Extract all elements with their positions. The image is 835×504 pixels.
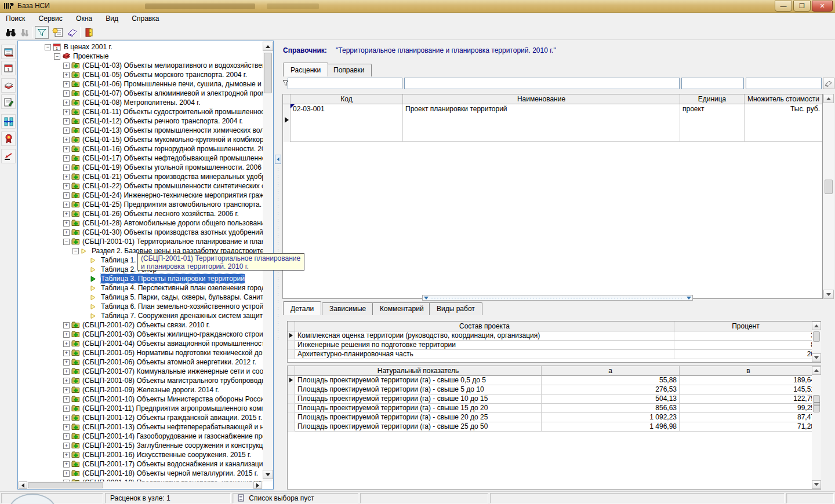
find-button[interactable] bbox=[3, 26, 17, 39]
rates-grid-scrollbar[interactable] bbox=[823, 94, 834, 299]
composition-col-percent[interactable]: Процент bbox=[674, 322, 817, 331]
tree-expand-box[interactable]: − bbox=[63, 239, 70, 245]
rates-cell-code[interactable]: 02-03-001 bbox=[291, 104, 403, 142]
exit-button[interactable] bbox=[82, 26, 96, 39]
tree-expand-box[interactable]: + bbox=[63, 443, 70, 449]
splitter-collapse-button[interactable] bbox=[275, 155, 281, 164]
tree-item[interactable]: +(СБЦП-2001-06) Объекты атомной энергети… bbox=[18, 357, 263, 367]
filter-input-name[interactable] bbox=[404, 78, 680, 89]
eraser-book-button[interactable] bbox=[66, 26, 79, 39]
tree-item[interactable]: +(СБЦП-2001-03) Объекты жилищно-гражданс… bbox=[18, 330, 263, 339]
indicators-col-a[interactable]: а bbox=[542, 366, 680, 376]
tree-item[interactable]: +(СБЦП-2001-13) Объекты нефтеперерабатыв… bbox=[18, 422, 263, 432]
tree-item[interactable]: +(СБЦ-01-08) Метрополитены. 2004 г. bbox=[18, 98, 263, 107]
tree-item[interactable]: +(СБЦ-01-26) Объекты лесного хозяйства. … bbox=[18, 209, 263, 218]
tree-item[interactable]: −(СБЦП-2001-01) Территориальное планиров… bbox=[18, 237, 263, 246]
rates-cell-unit[interactable]: проект bbox=[680, 104, 745, 142]
tree-item[interactable]: Таблица 3. Проекты планировки территорий bbox=[18, 274, 263, 283]
horizontal-splitter[interactable] bbox=[422, 295, 693, 301]
tree-expand-box[interactable]: − bbox=[45, 44, 51, 50]
indicators-col-name[interactable]: Натуральный показатель bbox=[295, 366, 542, 376]
tree-item[interactable]: +(СБЦП-2001-02) Объекты связи. 2010 г. bbox=[18, 320, 263, 330]
composition-row[interactable]: Комплексная оценка территории (руководст… bbox=[288, 331, 817, 341]
tree-item[interactable]: +(СБЦП-2001-14) Газооборудование и газос… bbox=[18, 432, 263, 441]
tree-expand-box[interactable]: + bbox=[63, 165, 70, 171]
menu-vid[interactable]: Вид bbox=[100, 13, 124, 23]
tree-expand-box[interactable]: + bbox=[63, 183, 70, 189]
titlebar[interactable]: База НСИ — ❐ ✕ bbox=[0, 0, 835, 13]
close-button[interactable]: ✕ bbox=[812, 1, 833, 12]
tab-detali[interactable]: Детали bbox=[283, 301, 321, 315]
undo-button[interactable] bbox=[1, 149, 16, 163]
tree-expand-box[interactable]: + bbox=[63, 229, 70, 236]
find-next-button[interactable] bbox=[18, 26, 32, 39]
tree-item[interactable]: +(СБЦП-2001-18) Объекты черной металлург… bbox=[18, 469, 263, 478]
seal-button[interactable] bbox=[1, 132, 16, 146]
rates-cell-name[interactable]: Проект планировки территорий bbox=[403, 104, 680, 142]
tree-item[interactable]: +(СБЦП-2001-05) Нормативы подготовки тех… bbox=[18, 348, 263, 357]
tree-expand-box[interactable]: + bbox=[63, 424, 70, 430]
tree-expand-box[interactable]: + bbox=[63, 341, 70, 347]
tree-item[interactable]: +(СБЦП-2001-09) Железные дороги. 2014 г. bbox=[18, 385, 263, 395]
tree-item[interactable]: +(СБЦ-01-24) Инженерно-технические мероп… bbox=[18, 191, 263, 200]
edit-document-button[interactable] bbox=[1, 94, 16, 109]
sheets-button[interactable] bbox=[1, 78, 16, 93]
tree-item[interactable]: +(СБЦ-01-28) Автомобильные дороги общего… bbox=[18, 218, 263, 228]
tree-item[interactable]: +(СБЦ-01-22) Объекты промышленности синт… bbox=[18, 181, 263, 191]
tree-item[interactable]: +(СБЦП-2001-15) Заглубленные сооружения … bbox=[18, 441, 263, 450]
tree-item[interactable]: Таблица 6. План земельно-хозяйственного … bbox=[18, 302, 263, 311]
tree-expand-box[interactable]: + bbox=[63, 322, 70, 328]
note-button[interactable] bbox=[51, 26, 65, 39]
tree-item[interactable]: +(СБЦ-01-19) Объекты угольной промышленн… bbox=[18, 163, 263, 172]
indicators-row[interactable]: Площадь проектируемой территории (га) - … bbox=[288, 376, 817, 385]
tree-expand-box[interactable]: + bbox=[63, 100, 70, 106]
tree-expand-box[interactable]: + bbox=[63, 359, 70, 366]
rates-col-code[interactable]: Код bbox=[291, 94, 403, 104]
tree-item[interactable]: +(СБЦП-2001-04) Объекты авиационной пром… bbox=[18, 339, 263, 348]
clear-filter-button[interactable] bbox=[823, 78, 834, 89]
tree-item[interactable]: +(СБЦП-2001-08) Объекты магистрального т… bbox=[18, 376, 263, 385]
tree-expand-box[interactable]: + bbox=[63, 202, 70, 208]
minimize-button[interactable]: — bbox=[775, 1, 792, 12]
tab-popravki[interactable]: Поправки bbox=[326, 64, 372, 76]
tree-expand-box[interactable]: + bbox=[63, 192, 70, 199]
calendar-button[interactable]: 1 bbox=[1, 61, 16, 75]
tree-item[interactable]: +(СБЦП-2001-12) Объекты гражданской авиа… bbox=[18, 413, 263, 422]
filter-input-code[interactable] bbox=[288, 78, 402, 89]
composition-col-name[interactable]: Состав проекта bbox=[295, 322, 674, 331]
indicators-row[interactable]: Площадь проектируемой территории (га) - … bbox=[288, 385, 817, 395]
filter-button[interactable] bbox=[35, 26, 49, 39]
tree-item[interactable]: +(СБЦП-2001-16) Искусственные сооружения… bbox=[18, 450, 263, 459]
tree-expand-box[interactable]: + bbox=[63, 406, 70, 412]
tree-expand-box[interactable]: − bbox=[54, 53, 60, 60]
tree-expand-box[interactable]: + bbox=[63, 174, 70, 180]
tree-item[interactable]: +(СБЦП-2001-10) Объекты Министерства обо… bbox=[18, 395, 263, 404]
tree-item[interactable]: +(СБЦП-2001-11) Предприятия агропромышле… bbox=[18, 404, 263, 413]
menu-okna[interactable]: Окна bbox=[70, 13, 98, 23]
tree-item[interactable]: +(СБЦ-01-15) Объекты мукомольно-крупяной… bbox=[18, 135, 263, 144]
tree-item[interactable]: +(СБЦ-01-16) Объекты горнорудной промышл… bbox=[18, 144, 263, 154]
rates-col-multiplier[interactable]: Множитель стоимости bbox=[745, 94, 822, 104]
rates-col-unit[interactable]: Единица измерения bbox=[680, 94, 745, 104]
tree-expand-box[interactable]: + bbox=[63, 331, 70, 338]
tree-expand-box[interactable]: + bbox=[63, 415, 70, 421]
tree-expand-box[interactable]: + bbox=[63, 433, 70, 440]
tree-item[interactable]: +(СБЦ-01-25) Предприятия автомобильного … bbox=[18, 200, 263, 209]
tree-expand-box[interactable]: + bbox=[63, 396, 70, 403]
tree-expand-box[interactable]: + bbox=[63, 220, 70, 227]
indicators-row[interactable]: Площадь проектируемой территории (га) - … bbox=[288, 413, 817, 422]
indicators-col-b[interactable]: в bbox=[680, 366, 817, 376]
tree-expand-box[interactable]: + bbox=[63, 470, 70, 477]
tree-item[interactable]: Таблица 7. Сооружения дренажных систем з… bbox=[18, 311, 263, 320]
tree-expand-box[interactable]: + bbox=[63, 378, 70, 384]
tree-expand-box[interactable]: + bbox=[63, 350, 70, 356]
tree-item[interactable]: +(СБЦ-01-17) Объекты нефтедобывающей про… bbox=[18, 154, 263, 163]
filter-input-unit[interactable] bbox=[681, 78, 744, 89]
rates-cell-multiplier[interactable]: Тыс. руб. bbox=[745, 104, 822, 142]
tree-expand-box[interactable]: + bbox=[63, 146, 70, 152]
tree-expand-box[interactable]: + bbox=[63, 109, 70, 115]
tree-horizontal-scrollbar[interactable] bbox=[18, 481, 263, 490]
tree-item[interactable]: −1В ценах 2001 г. bbox=[18, 42, 263, 52]
columns-button[interactable] bbox=[1, 114, 16, 129]
tree-item[interactable]: +(СБЦП-2001-07) Коммунальные инженерные … bbox=[18, 367, 263, 376]
